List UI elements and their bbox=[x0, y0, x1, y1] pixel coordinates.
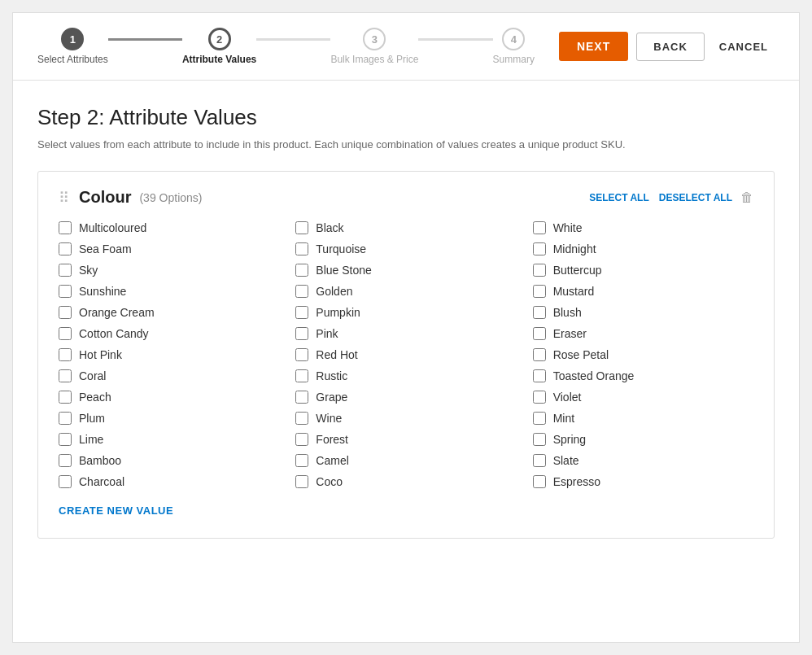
next-button[interactable]: NEXT bbox=[559, 32, 628, 61]
colour-option-label[interactable]: Forest bbox=[316, 433, 348, 446]
colour-checkbox[interactable] bbox=[533, 242, 546, 255]
colour-checkbox[interactable] bbox=[533, 306, 546, 319]
colour-checkbox[interactable] bbox=[59, 433, 72, 446]
colour-option-label[interactable]: Mint bbox=[553, 412, 574, 425]
list-item: Slate bbox=[533, 454, 753, 467]
colour-option-label[interactable]: Blush bbox=[553, 306, 582, 319]
colour-checkbox[interactable] bbox=[59, 264, 72, 277]
colour-option-label[interactable]: Sunshine bbox=[79, 285, 126, 298]
colour-checkbox[interactable] bbox=[59, 475, 72, 488]
colour-option-label[interactable]: Orange Cream bbox=[79, 306, 155, 319]
colour-checkbox[interactable] bbox=[295, 475, 308, 488]
colour-option-label[interactable]: Charcoal bbox=[79, 475, 124, 488]
list-item: Rustic bbox=[295, 369, 516, 382]
colour-option-label[interactable]: Black bbox=[316, 221, 343, 234]
cancel-button[interactable]: CANCEL bbox=[713, 33, 775, 60]
attribute-header: ⠿ Colour (39 Options) SELECT ALL DESELEC… bbox=[59, 188, 753, 207]
colour-checkbox[interactable] bbox=[295, 412, 308, 425]
colour-checkbox[interactable] bbox=[295, 327, 308, 340]
deselect-all-link[interactable]: DESELECT ALL bbox=[659, 192, 732, 203]
list-item: Spring bbox=[533, 433, 753, 446]
colour-checkbox[interactable] bbox=[295, 454, 308, 467]
colour-checkbox[interactable] bbox=[295, 391, 308, 404]
colour-checkbox[interactable] bbox=[533, 327, 546, 340]
colour-checkbox[interactable] bbox=[295, 264, 308, 277]
colour-option-label[interactable]: White bbox=[553, 221, 583, 234]
colour-option-label[interactable]: Sea Foam bbox=[79, 242, 132, 255]
colour-checkbox[interactable] bbox=[59, 242, 72, 255]
colour-checkbox[interactable] bbox=[59, 306, 72, 319]
colour-checkbox[interactable] bbox=[59, 348, 72, 361]
colour-option-label[interactable]: Buttercup bbox=[553, 264, 602, 277]
colour-option-label[interactable]: Camel bbox=[316, 454, 348, 467]
colour-checkbox[interactable] bbox=[59, 285, 72, 298]
colour-option-label[interactable]: Bamboo bbox=[79, 454, 121, 467]
colour-checkbox[interactable] bbox=[533, 221, 546, 234]
colour-option-label[interactable]: Lime bbox=[79, 433, 103, 446]
colour-checkbox[interactable] bbox=[295, 433, 308, 446]
colour-checkbox[interactable] bbox=[533, 433, 546, 446]
colour-checkbox[interactable] bbox=[533, 285, 546, 298]
colour-option-label[interactable]: Plum bbox=[79, 412, 105, 425]
list-item: Violet bbox=[533, 391, 753, 404]
colour-checkbox[interactable] bbox=[533, 391, 546, 404]
colour-option-label[interactable]: Sky bbox=[79, 264, 98, 277]
drag-icon[interactable]: ⠿ bbox=[59, 189, 69, 207]
colour-checkbox[interactable] bbox=[295, 348, 308, 361]
colour-checkbox[interactable] bbox=[59, 391, 72, 404]
select-all-link[interactable]: SELECT ALL bbox=[589, 192, 649, 203]
colour-option-label[interactable]: Coco bbox=[316, 475, 343, 488]
colour-checkbox[interactable] bbox=[295, 306, 308, 319]
colour-option-label[interactable]: Pumpkin bbox=[316, 306, 360, 319]
colour-checkbox[interactable] bbox=[59, 327, 72, 340]
colour-checkbox[interactable] bbox=[295, 285, 308, 298]
colour-checkbox[interactable] bbox=[533, 475, 546, 488]
colour-option-label[interactable]: Pink bbox=[316, 327, 338, 340]
back-button[interactable]: BACK bbox=[636, 33, 705, 61]
colour-checkbox[interactable] bbox=[533, 348, 546, 361]
delete-icon[interactable]: 🗑 bbox=[740, 190, 753, 205]
colour-checkbox[interactable] bbox=[59, 369, 72, 382]
colour-option-label[interactable]: Red Hot bbox=[316, 348, 357, 361]
colour-checkbox[interactable] bbox=[59, 412, 72, 425]
list-item: Espresso bbox=[533, 475, 753, 488]
colour-option-label[interactable]: Eraser bbox=[553, 327, 587, 340]
colour-checkbox[interactable] bbox=[533, 264, 546, 277]
step-1: 1 Select Attributes bbox=[37, 28, 108, 65]
colour-option-label[interactable]: Rustic bbox=[316, 369, 347, 382]
colour-option-label[interactable]: Wine bbox=[316, 412, 342, 425]
colour-checkbox[interactable] bbox=[295, 369, 308, 382]
colour-option-label[interactable]: Grape bbox=[316, 391, 347, 404]
colour-option-label[interactable]: Midnight bbox=[553, 242, 596, 255]
connector-3-4 bbox=[418, 38, 492, 41]
colour-option-label[interactable]: Hot Pink bbox=[79, 348, 122, 361]
list-item: Forest bbox=[295, 433, 516, 446]
colour-option-label[interactable]: Mustard bbox=[553, 285, 595, 298]
colour-option-label[interactable]: Toasted Orange bbox=[553, 369, 635, 382]
list-item: Rose Petal bbox=[533, 348, 753, 361]
list-item: Pink bbox=[295, 327, 516, 340]
colour-option-label[interactable]: Golden bbox=[316, 285, 352, 298]
colour-option-label[interactable]: Multicoloured bbox=[79, 221, 146, 234]
colour-checkbox[interactable] bbox=[533, 369, 546, 382]
list-item: Wine bbox=[295, 412, 516, 425]
list-item: Coco bbox=[295, 475, 516, 488]
colour-checkbox[interactable] bbox=[533, 454, 546, 467]
colour-checkbox[interactable] bbox=[59, 454, 72, 467]
colour-option-label[interactable]: Slate bbox=[553, 454, 579, 467]
colour-option-label[interactable]: Coral bbox=[79, 369, 106, 382]
colour-checkbox[interactable] bbox=[533, 412, 546, 425]
create-new-value-link[interactable]: CREATE NEW VALUE bbox=[59, 504, 173, 517]
colour-option-label[interactable]: Cotton Candy bbox=[79, 327, 149, 340]
colour-option-label[interactable]: Blue Stone bbox=[316, 264, 372, 277]
colour-option-label[interactable]: Espresso bbox=[553, 475, 600, 488]
stepper-actions: NEXT BACK CANCEL bbox=[559, 32, 775, 61]
colour-checkbox[interactable] bbox=[59, 221, 72, 234]
colour-checkbox[interactable] bbox=[295, 242, 308, 255]
colour-option-label[interactable]: Spring bbox=[553, 433, 586, 446]
colour-checkbox[interactable] bbox=[295, 221, 308, 234]
colour-option-label[interactable]: Violet bbox=[553, 391, 582, 404]
colour-option-label[interactable]: Peach bbox=[79, 391, 111, 404]
colour-option-label[interactable]: Turquoise bbox=[316, 242, 366, 255]
colour-option-label[interactable]: Rose Petal bbox=[553, 348, 609, 361]
